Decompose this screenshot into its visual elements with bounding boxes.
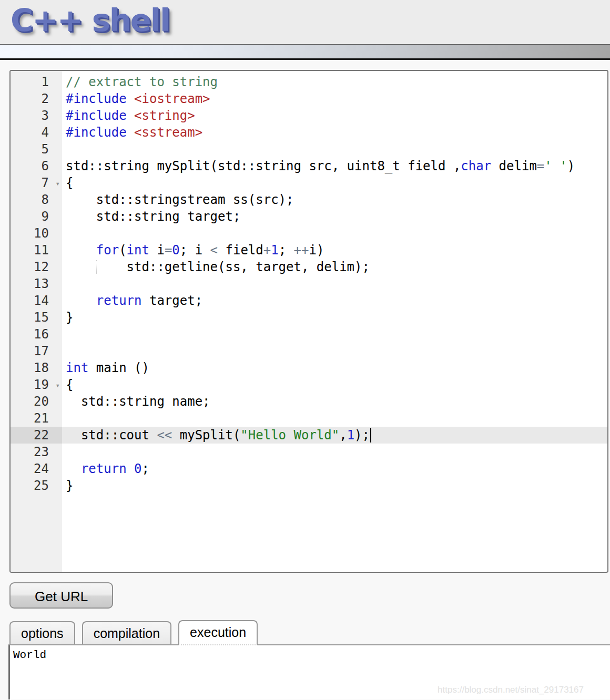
editor-code-area[interactable]: // extract to string#include <iostream>#… [62, 71, 607, 572]
code-token: 0 [172, 243, 179, 258]
code-line[interactable]: std::string name; [62, 393, 607, 410]
gutter-line-number: 1 [11, 74, 62, 90]
code-token: , [339, 428, 347, 442]
code-token: i) [309, 243, 324, 258]
code-token: { [66, 377, 73, 392]
code-token: int [66, 361, 88, 375]
gutter-line-number: 13 [11, 275, 62, 292]
code-token: ( [119, 243, 126, 258]
code-token: field [218, 243, 263, 258]
gutter-line-number: 22 [11, 427, 62, 444]
code-token [66, 243, 96, 258]
code-token [127, 108, 134, 123]
gutter-line-number: 23 [11, 444, 62, 460]
tab-options[interactable]: options [9, 621, 75, 644]
code-line[interactable]: #include <string> [62, 107, 607, 124]
code-line[interactable]: return 0; [62, 460, 607, 477]
code-token [66, 293, 96, 308]
gutter-line-number: 2 [11, 90, 62, 107]
gutter-line-number: 5 [11, 141, 62, 158]
code-editor[interactable]: 1234567▾8910111213141516171819▾202122232… [9, 70, 608, 573]
code-token: ' ' [544, 159, 567, 173]
gutter-line-number: 11 [11, 242, 62, 259]
site-logo: C++ shell [0, 0, 169, 38]
code-token: <sstream> [134, 125, 202, 140]
gutter-line-number: 19▾ [11, 376, 62, 393]
code-token: ; i [180, 243, 210, 258]
code-line[interactable]: std::stringstream ss(src); [62, 191, 607, 208]
code-line[interactable]: std::string mySplit(std::string src, uin… [62, 158, 607, 174]
code-token [66, 461, 81, 476]
gutter-line-number: 4 [11, 124, 62, 141]
page-header: C++ shell [0, 0, 610, 44]
code-token: "Hello World" [240, 428, 339, 442]
code-token: std::string mySplit(std::string src, uin… [66, 159, 461, 173]
code-line[interactable]: return target; [62, 292, 607, 309]
code-token: + [263, 243, 271, 258]
code-line[interactable]: std::string target; [62, 208, 607, 225]
code-line[interactable] [62, 343, 607, 359]
code-token: #include [66, 91, 127, 106]
code-line[interactable]: } [62, 477, 607, 494]
gutter-line-number: 15 [11, 309, 62, 326]
code-line[interactable]: { [62, 376, 607, 393]
code-line[interactable] [62, 326, 607, 343]
code-token: return [96, 293, 142, 308]
gutter-line-number: 6 [11, 158, 62, 174]
code-token: std::getline(ss, target, delim); [66, 260, 370, 274]
code-line[interactable]: std::getline(ss, target, delim); [62, 259, 607, 275]
gutter-line-number: 16 [11, 326, 62, 343]
code-line[interactable] [62, 444, 607, 460]
code-line[interactable]: std::cout << mySplit("Hello World",1); [62, 427, 607, 444]
code-line[interactable]: { [62, 174, 607, 191]
tab-execution[interactable]: execution [178, 620, 258, 645]
code-token: std::string target; [66, 209, 240, 224]
code-token: return [81, 461, 127, 476]
code-line[interactable]: int main () [62, 359, 607, 376]
code-token: ) [567, 159, 575, 173]
code-line[interactable] [62, 225, 607, 242]
gutter-line-number: 25 [11, 477, 62, 494]
code-line[interactable]: #include <sstream> [62, 124, 607, 141]
code-token: 0 [134, 461, 141, 476]
code-token: { [66, 176, 73, 190]
code-token: mySplit( [172, 428, 240, 442]
code-line[interactable]: } [62, 309, 607, 326]
code-token: delim [491, 159, 537, 173]
code-token: = [537, 159, 544, 173]
code-token: 1 [271, 243, 278, 258]
code-token: std::cout [66, 428, 157, 442]
code-line[interactable]: for(int i=0; i < field+1; ++i) [62, 242, 607, 259]
code-token: std::stringstream ss(src); [66, 192, 293, 207]
code-token: } [66, 310, 73, 325]
code-line[interactable] [62, 141, 607, 158]
gutter-line-number: 14 [11, 292, 62, 309]
code-token: target; [142, 293, 203, 308]
gutter-line-number: 18 [11, 359, 62, 376]
code-token: <string> [134, 108, 195, 123]
code-token: } [66, 478, 73, 493]
tab-compilation[interactable]: compilation [82, 621, 171, 644]
code-token: << [157, 428, 172, 442]
code-token: // extract to string [66, 75, 218, 89]
indent-guide [96, 260, 97, 274]
code-token: i [149, 243, 165, 258]
code-token: int [127, 243, 149, 258]
code-line[interactable] [62, 275, 607, 292]
code-token: std::string name; [66, 394, 210, 409]
gutter-line-number: 24 [11, 460, 62, 477]
gutter-line-number: 7▾ [11, 174, 62, 191]
get-url-button[interactable]: Get URL [9, 582, 113, 609]
code-line[interactable] [62, 410, 607, 427]
gutter-line-number: 10 [11, 225, 62, 242]
code-token: = [165, 243, 172, 258]
code-token: ); [354, 428, 370, 442]
fold-arrow-icon[interactable]: ▾ [56, 175, 60, 192]
gutter-line-number: 20 [11, 393, 62, 410]
header-divider-band [0, 44, 610, 60]
code-line[interactable]: #include <iostream> [62, 90, 607, 107]
gutter-line-number: 12 [11, 259, 62, 275]
code-line[interactable]: // extract to string [62, 74, 607, 90]
editor-gutter: 1234567▾8910111213141516171819▾202122232… [11, 71, 62, 572]
fold-arrow-icon[interactable]: ▾ [56, 377, 60, 394]
